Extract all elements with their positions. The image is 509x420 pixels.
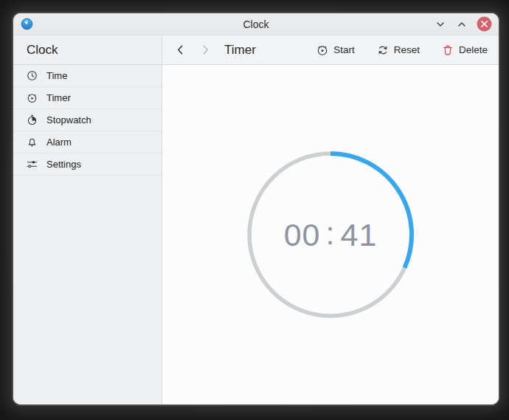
chevron-right-icon xyxy=(199,44,212,56)
sidebar-item-label: Timer xyxy=(46,92,71,103)
sidebar-item-label: Settings xyxy=(46,159,81,170)
timer-minutes: 00 xyxy=(284,217,321,253)
delete-button[interactable]: Delete xyxy=(440,43,490,58)
clock-app-window: Clock xyxy=(13,13,499,404)
reset-button-label: Reset xyxy=(394,44,420,55)
start-button-label: Start xyxy=(333,44,355,55)
page-title: Timer xyxy=(224,43,256,58)
timer-separator: : xyxy=(326,216,336,252)
sidebar-item-time[interactable]: Time xyxy=(13,65,162,87)
timer-time-display: 00:41 xyxy=(246,150,415,320)
sidebar-title: Clock xyxy=(13,35,162,65)
alarm-bell-icon xyxy=(27,137,38,148)
chevron-left-icon xyxy=(174,44,187,56)
timer-widget: 00:41 xyxy=(246,150,415,320)
sidebar-item-label: Time xyxy=(46,70,67,81)
page-header: Timer Start xyxy=(162,35,499,65)
sidebar-item-label: Stopwatch xyxy=(46,114,91,125)
trash-icon xyxy=(442,44,454,56)
timer-page: 00:41 xyxy=(162,65,499,404)
chevron-down-icon xyxy=(435,19,446,30)
clock-icon xyxy=(27,70,38,81)
sidebar-item-stopwatch[interactable]: Stopwatch xyxy=(13,109,162,131)
maximize-button[interactable] xyxy=(455,18,468,31)
titlebar[interactable]: Clock xyxy=(13,13,499,35)
reset-button[interactable]: Reset xyxy=(375,43,422,58)
reset-icon xyxy=(377,44,389,56)
stopwatch-icon xyxy=(27,114,38,125)
window-title: Clock xyxy=(102,18,410,30)
desktop-background: Clock xyxy=(0,0,509,420)
sidebar-item-label: Alarm xyxy=(46,137,72,148)
minimize-button[interactable] xyxy=(434,18,447,31)
close-button[interactable] xyxy=(477,16,492,32)
sidebar: Clock Time xyxy=(13,35,162,404)
forward-button[interactable] xyxy=(198,43,212,58)
delete-button-label: Delete xyxy=(459,44,488,55)
sidebar-item-settings[interactable]: Settings xyxy=(13,154,162,176)
timer-icon xyxy=(27,92,38,103)
timer-start-icon xyxy=(316,44,328,56)
settings-sliders-icon xyxy=(27,159,38,170)
app-icon xyxy=(21,18,33,30)
toolbar: Start Reset xyxy=(314,43,490,58)
start-button[interactable]: Start xyxy=(314,43,357,58)
sidebar-item-alarm[interactable]: Alarm xyxy=(13,131,162,154)
back-button[interactable] xyxy=(173,43,187,58)
sidebar-item-timer[interactable]: Timer xyxy=(13,87,162,109)
chevron-up-icon xyxy=(457,19,467,30)
main-panel: Timer Start xyxy=(162,35,499,404)
timer-seconds: 41 xyxy=(340,217,377,253)
close-x-icon xyxy=(477,16,492,32)
